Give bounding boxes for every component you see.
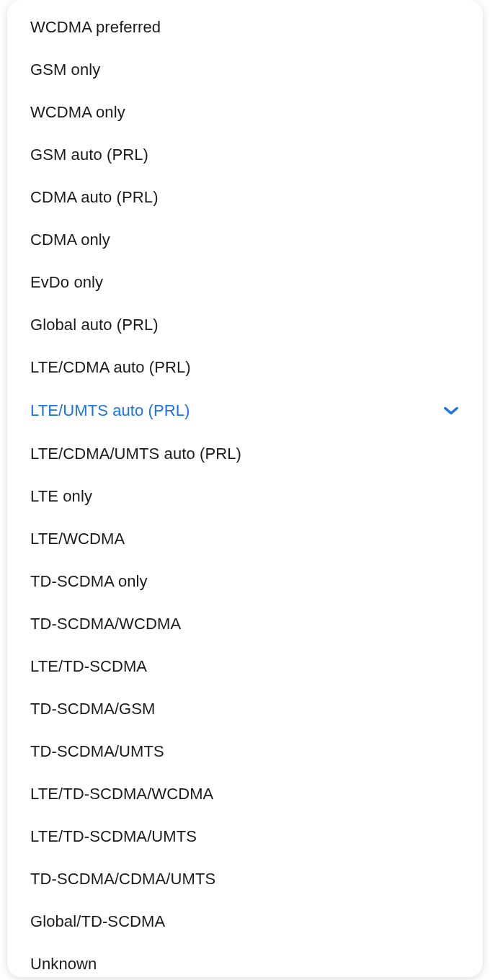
network-option-label: CDMA auto (PRL): [30, 188, 159, 207]
checkmark-icon: [441, 401, 461, 421]
network-option-label: EvDo only: [30, 273, 103, 292]
network-option[interactable]: WCDMA preferred: [7, 6, 483, 48]
network-option[interactable]: TD-SCDMA/UMTS: [7, 730, 483, 772]
network-option-label: TD-SCDMA/GSM: [30, 700, 156, 718]
network-option-label: LTE only: [30, 487, 92, 506]
network-type-dialog: WCDMA preferredGSM onlyWCDMA onlyGSM aut…: [7, 0, 483, 977]
network-option[interactable]: Global/TD-SCDMA: [7, 900, 483, 943]
network-option[interactable]: CDMA auto (PRL): [7, 176, 483, 218]
network-option-label: LTE/CDMA/UMTS auto (PRL): [30, 445, 241, 463]
network-option[interactable]: GSM auto (PRL): [7, 133, 483, 176]
network-option[interactable]: LTE/WCDMA: [7, 517, 483, 560]
network-option[interactable]: LTE/CDMA auto (PRL): [7, 346, 483, 388]
network-option[interactable]: TD-SCDMA only: [7, 560, 483, 602]
network-option[interactable]: LTE/CDMA/UMTS auto (PRL): [7, 432, 483, 475]
network-option-label: LTE/TD-SCDMA/UMTS: [30, 827, 197, 846]
network-option-label: LTE/TD-SCDMA/WCDMA: [30, 785, 213, 803]
network-option[interactable]: GSM only: [7, 48, 483, 91]
network-option-label: TD-SCDMA/WCDMA: [30, 615, 181, 633]
network-option-label: Global auto (PRL): [30, 316, 159, 334]
network-option[interactable]: LTE/TD-SCDMA: [7, 645, 483, 687]
network-option[interactable]: WCDMA only: [7, 91, 483, 133]
network-option-label: WCDMA only: [30, 103, 125, 122]
network-option-label: TD-SCDMA/UMTS: [30, 742, 164, 761]
network-option-label: CDMA only: [30, 231, 110, 249]
network-option-label: WCDMA preferred: [30, 18, 161, 37]
network-option-label: LTE/UMTS auto (PRL): [30, 401, 190, 420]
network-option[interactable]: LTE/UMTS auto (PRL): [7, 388, 483, 432]
network-option-label: TD-SCDMA only: [30, 572, 148, 591]
network-option-label: GSM auto (PRL): [30, 146, 148, 164]
network-option[interactable]: LTE only: [7, 475, 483, 517]
network-option[interactable]: TD-SCDMA/WCDMA: [7, 602, 483, 645]
network-option-label: LTE/TD-SCDMA: [30, 657, 147, 676]
network-option[interactable]: Unknown: [7, 943, 483, 977]
network-option[interactable]: Global auto (PRL): [7, 303, 483, 346]
network-option[interactable]: TD-SCDMA/CDMA/UMTS: [7, 858, 483, 900]
network-option-label: Unknown: [30, 955, 97, 974]
network-option-label: TD-SCDMA/CDMA/UMTS: [30, 870, 215, 888]
network-option[interactable]: CDMA only: [7, 218, 483, 261]
network-option[interactable]: LTE/TD-SCDMA/WCDMA: [7, 772, 483, 815]
network-option-label: LTE/WCDMA: [30, 530, 125, 548]
network-option-label: Global/TD-SCDMA: [30, 912, 165, 931]
network-option[interactable]: EvDo only: [7, 261, 483, 303]
network-option[interactable]: TD-SCDMA/GSM: [7, 687, 483, 730]
network-option[interactable]: LTE/TD-SCDMA/UMTS: [7, 815, 483, 858]
network-option-label: GSM only: [30, 61, 100, 79]
network-option-label: LTE/CDMA auto (PRL): [30, 358, 191, 377]
